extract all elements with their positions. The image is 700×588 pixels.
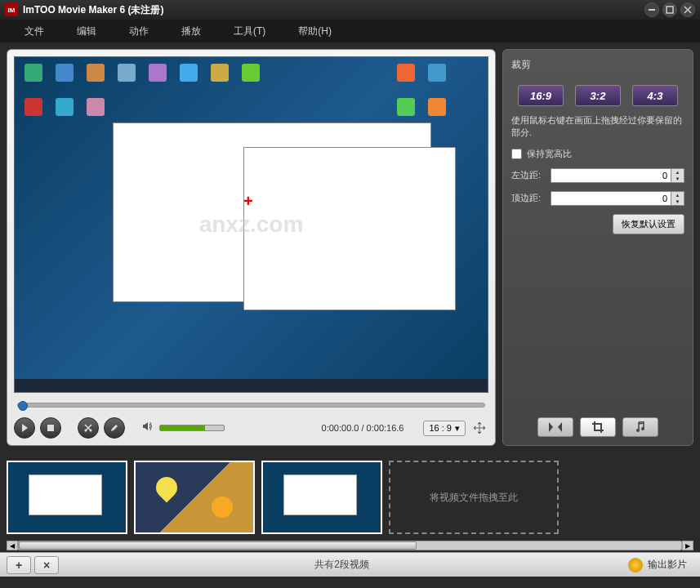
left-margin-input[interactable] [551,168,671,183]
audio-tab[interactable] [622,417,658,437]
window-title: ImTOO Movie Maker 6 (未注册) [23,3,644,17]
volume-slider[interactable] [159,425,225,431]
chevron-down-icon: ▾ [455,423,460,434]
clip-thumbnail-3[interactable] [261,461,382,534]
volume-icon[interactable] [141,420,154,436]
keep-aspect-input[interactable] [511,149,522,159]
scroll-right-button[interactable]: ▶ [682,541,693,550]
left-margin-up[interactable]: ▲ [671,169,684,176]
video-preview[interactable]: + anxz.com [14,56,488,393]
crop-panel-title: 裁剪 [511,58,684,72]
export-button[interactable]: 输出影片 [622,555,693,575]
clip-thumbnail-1[interactable] [7,461,127,534]
svg-rect-0 [649,9,655,11]
crop-panel: 裁剪 16:9 3:2 4:3 使用鼠标右键在画面上拖拽经过你要保留的部分. 保… [502,49,693,446]
crop-tab[interactable] [580,417,616,437]
menu-file[interactable]: 文件 [25,24,44,38]
add-clip-button[interactable]: + [7,556,31,574]
move-icon[interactable] [470,419,488,437]
timeline: 将视频文件拖拽至此 [0,452,700,539]
menu-play[interactable]: 播放 [181,24,201,38]
edit-button[interactable] [104,417,125,439]
svg-point-6 [641,427,644,430]
svg-rect-1 [667,7,673,13]
clip-thumbnail-2[interactable] [134,461,255,534]
status-text: 共有2段视频 [62,558,622,572]
menu-edit[interactable]: 编辑 [77,24,96,38]
keep-aspect-checkbox[interactable]: 保持宽高比 [511,148,684,160]
time-display: 0:00:00.0 / 0:00:16.6 [322,423,404,433]
minimize-button[interactable] [644,2,659,17]
svg-point-4 [90,430,92,432]
seek-bar[interactable] [14,399,488,411]
app-logo-icon: IM [5,3,18,16]
export-icon [628,558,643,572]
remove-clip-button[interactable]: × [34,556,59,574]
ratio-3-2-button[interactable]: 3:2 [575,85,621,106]
top-margin-label: 顶边距: [511,192,551,204]
top-margin-down[interactable]: ▼ [671,198,684,205]
svg-point-5 [636,429,640,432]
top-margin-up[interactable]: ▲ [671,192,684,198]
ratio-16-9-button[interactable]: 16:9 [518,85,564,106]
left-margin-label: 左边距: [511,169,551,181]
cut-button[interactable] [78,417,99,439]
menu-action[interactable]: 动作 [129,24,149,38]
left-margin-down[interactable]: ▼ [671,176,684,182]
stop-button[interactable] [40,417,61,439]
svg-rect-2 [47,425,54,431]
trim-tab[interactable] [537,417,573,437]
timeline-scrollbar[interactable]: ◀ ▶ [0,539,700,552]
menu-bar: 文件 编辑 动作 播放 工具(T) 帮助(H) [0,20,700,42]
seek-handle[interactable] [18,401,28,411]
svg-point-3 [85,430,87,432]
crop-instructions: 使用鼠标右键在画面上拖拽经过你要保留的部分. [511,114,684,140]
scroll-left-button[interactable]: ◀ [7,541,18,550]
bottom-toolbar: + × 共有2段视频 输出影片 [0,552,700,577]
timeline-dropzone[interactable]: 将视频文件拖拽至此 [389,461,559,534]
close-button[interactable] [680,2,695,17]
aspect-ratio-selector[interactable]: 16 : 9▾ [423,421,466,436]
menu-tools[interactable]: 工具(T) [234,24,265,38]
video-panel: + anxz.com 0:00:00.0 / 0:00:16.6 16 : 9▾ [7,49,496,446]
restore-defaults-button[interactable]: 恢复默认设置 [613,214,684,234]
maximize-button[interactable] [662,2,677,17]
menu-help[interactable]: 帮助(H) [298,24,332,38]
ratio-4-3-button[interactable]: 4:3 [632,85,678,106]
scroll-handle[interactable] [19,541,417,550]
title-bar: IM ImTOO Movie Maker 6 (未注册) [0,0,700,20]
top-margin-input[interactable] [551,191,671,206]
play-button[interactable] [14,417,35,439]
